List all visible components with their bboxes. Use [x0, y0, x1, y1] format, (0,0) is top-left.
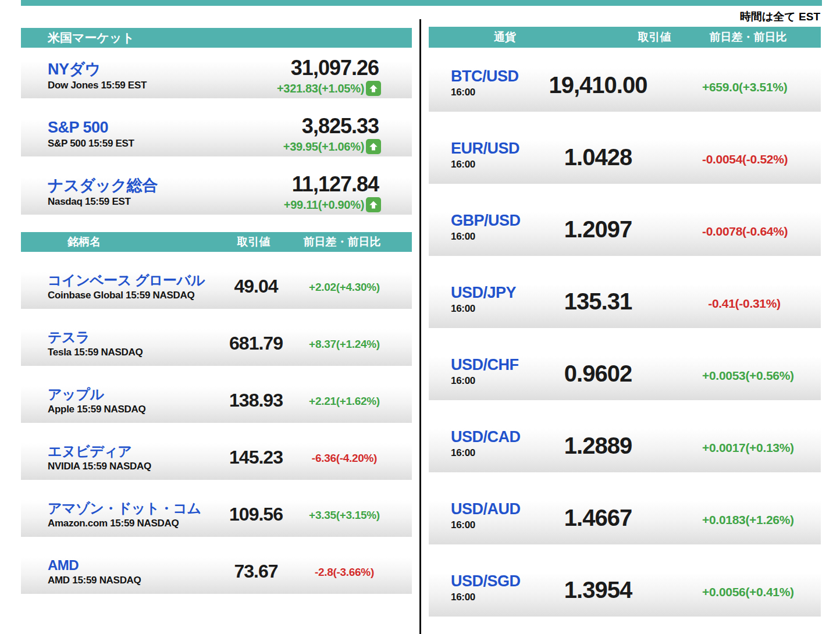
currency-time: 16:00 — [451, 374, 519, 387]
column-header-currency: 通貨 — [494, 27, 516, 48]
stock-row: エヌビディア NVIDIA 15:59 NASDAQ 145.23 -6.36(… — [21, 436, 412, 480]
currency-change: +0.0183(+1.26%) — [702, 513, 786, 527]
currency-time: 16:00 — [451, 446, 521, 460]
currency-row: EUR/USD 16:00 1.0428 -0.0054(-0.52%) — [429, 131, 821, 184]
index-value: 11,127.84 — [284, 173, 381, 196]
currency-change: +0.0053(+0.56%) — [702, 369, 786, 383]
column-header-change: 前日差・前日比 — [304, 232, 381, 252]
currency-change: +659.0(+3.51%) — [702, 80, 786, 94]
currency-pair-link[interactable]: BTC/USD — [451, 67, 519, 86]
currency-pair-link[interactable]: GBP/USD — [451, 212, 521, 230]
stock-row: アマゾン・ドット・コム Amazon.com 15:59 NASDAQ 109.… — [21, 493, 412, 537]
stock-change: +2.02(+4.30%) — [304, 281, 385, 294]
stock-row: AMD AMD 15:59 NASDAQ 73.67 -2.8(-3.66%) — [21, 550, 412, 594]
stock-value: 138.93 — [204, 390, 308, 411]
index-list: NYダウ Dow Jones 15:59 EST 31,097.26 +321.… — [21, 54, 412, 215]
currency-row: BTC/USD 16:00 19,410.00 +659.0(+3.51%) — [429, 59, 821, 112]
currency-value: 1.2889 — [528, 433, 668, 459]
currency-time: 16:00 — [451, 158, 519, 171]
currency-change: +0.0056(+0.41%) — [702, 585, 786, 599]
index-value: 31,097.26 — [277, 56, 381, 80]
index-subtitle: S&P 500 15:59 EST — [48, 137, 134, 150]
currency-pair-link[interactable]: USD/CHF — [451, 356, 519, 374]
stock-subtitle: Amazon.com 15:59 NASDAQ — [48, 517, 201, 530]
index-name-link[interactable]: NYダウ — [48, 60, 147, 79]
currency-row: GBP/USD 16:00 1.2097 -0.0078(-0.64%) — [429, 204, 821, 256]
currency-list: BTC/USD 16:00 19,410.00 +659.0(+3.51%) E… — [429, 59, 821, 617]
stock-row: アップル Apple 15:59 NASDAQ 138.93 +2.21(+1.… — [21, 379, 412, 423]
index-change: +99.11(+0.90%) — [284, 198, 364, 212]
stock-row: テスラ Tesla 15:59 NASDAQ 681.79 +8.37(+1.2… — [21, 322, 412, 366]
us-market-header: 米国マーケット — [21, 28, 412, 48]
currency-time: 16:00 — [451, 518, 521, 532]
index-name-link[interactable]: S&P 500 — [48, 118, 134, 137]
index-row: NYダウ Dow Jones 15:59 EST 31,097.26 +321.… — [21, 54, 412, 98]
up-arrow-icon — [366, 139, 381, 154]
index-change: +321.83(+1.05%) — [277, 82, 364, 95]
currency-table-header: 通貨 取引値 前日差・前日比 — [429, 27, 821, 48]
currency-pair-link[interactable]: EUR/USD — [451, 140, 519, 158]
currency-pair-link[interactable]: USD/CAD — [451, 428, 521, 446]
stock-value: 49.04 — [204, 276, 308, 297]
stock-name-link[interactable]: コインベース グローバル — [48, 272, 205, 288]
index-value: 3,825.33 — [283, 115, 381, 138]
stock-change: +3.35(+3.15%) — [304, 509, 385, 522]
stock-name-link[interactable]: アップル — [48, 386, 145, 403]
column-header-name: 銘柄名 — [67, 232, 101, 252]
currency-time: 16:00 — [451, 590, 521, 604]
currency-value: 1.3954 — [528, 577, 668, 603]
column-header-price: 取引値 — [237, 232, 270, 252]
currency-row: USD/AUD 16:00 1.4667 +0.0183(+1.26%) — [429, 492, 821, 544]
index-change: +39.95(+1.06%) — [283, 140, 364, 154]
stock-change: -6.36(-4.20%) — [304, 452, 385, 465]
currency-value: 1.4667 — [528, 505, 668, 531]
stock-name-link[interactable]: エヌビディア — [48, 443, 151, 460]
currency-change: -0.41(-0.31%) — [702, 297, 786, 311]
top-accent-strip — [21, 0, 822, 6]
stock-value: 109.56 — [204, 504, 308, 525]
currency-value: 19,410.00 — [528, 72, 668, 98]
currency-panel: 通貨 取引値 前日差・前日比 BTC/USD 16:00 19,410.00 +… — [429, 27, 821, 634]
currency-pair-link[interactable]: USD/SGD — [451, 572, 521, 590]
up-arrow-icon — [366, 197, 381, 212]
stock-subtitle: Tesla 15:59 NASDAQ — [48, 346, 143, 359]
column-header-change: 前日差・前日比 — [710, 27, 787, 48]
index-row: ナスダック総合 Nasdaq 15:59 EST 11,127.84 +99.1… — [21, 170, 412, 215]
stock-change: -2.8(-3.66%) — [304, 566, 385, 579]
up-arrow-icon — [366, 81, 381, 96]
stock-table-header: 銘柄名 取引値 前日差・前日比 — [21, 232, 412, 252]
stock-row: コインベース グローバル Coinbase Global 15:59 NASDA… — [21, 265, 412, 309]
currency-row: USD/SGD 16:00 1.3954 +0.0056(+0.41%) — [429, 564, 821, 617]
currency-row: USD/CAD 16:00 1.2889 +0.0017(+0.13%) — [429, 420, 821, 472]
currency-change: -0.0078(-0.64%) — [702, 225, 786, 238]
index-row: S&P 500 S&P 500 15:59 EST 3,825.33 +39.9… — [21, 112, 412, 156]
stock-subtitle: Coinbase Global 15:59 NASDAQ — [48, 288, 205, 302]
currency-change: +0.0017(+0.13%) — [702, 441, 786, 455]
stock-name-link[interactable]: アマゾン・ドット・コム — [48, 500, 201, 517]
currency-time: 16:00 — [451, 302, 516, 315]
stock-value: 681.79 — [204, 333, 308, 354]
stock-subtitle: AMD 15:59 NASDAQ — [48, 574, 141, 587]
stock-name-link[interactable]: テスラ — [48, 329, 143, 346]
stock-name-link[interactable]: AMD — [48, 557, 141, 574]
stock-value: 145.23 — [204, 447, 308, 468]
stock-subtitle: Apple 15:59 NASDAQ — [48, 403, 145, 416]
panel-divider — [419, 19, 421, 634]
stock-subtitle: NVIDIA 15:59 NASDAQ — [48, 460, 151, 473]
timezone-note: 時間は全て EST — [740, 9, 820, 24]
index-subtitle: Nasdaq 15:59 EST — [48, 195, 158, 208]
currency-time: 16:00 — [451, 230, 521, 243]
stock-change: +8.37(+1.24%) — [304, 338, 385, 351]
currency-pair-link[interactable]: USD/JPY — [451, 284, 516, 302]
currency-row: USD/CHF 16:00 0.9602 +0.0053(+0.56%) — [429, 348, 821, 400]
currency-pair-link[interactable]: USD/AUD — [451, 500, 521, 518]
currency-value: 0.9602 — [528, 361, 668, 387]
index-subtitle: Dow Jones 15:59 EST — [48, 79, 147, 92]
currency-time: 16:00 — [451, 86, 519, 99]
currency-value: 1.2097 — [528, 216, 668, 243]
stock-change: +2.21(+1.62%) — [304, 395, 385, 408]
currency-value: 1.0428 — [528, 144, 668, 170]
column-header-price: 取引値 — [638, 27, 671, 48]
index-name-link[interactable]: ナスダック総合 — [48, 176, 158, 195]
us-market-panel: 米国マーケット NYダウ Dow Jones 15:59 EST 31,097.… — [21, 28, 412, 607]
